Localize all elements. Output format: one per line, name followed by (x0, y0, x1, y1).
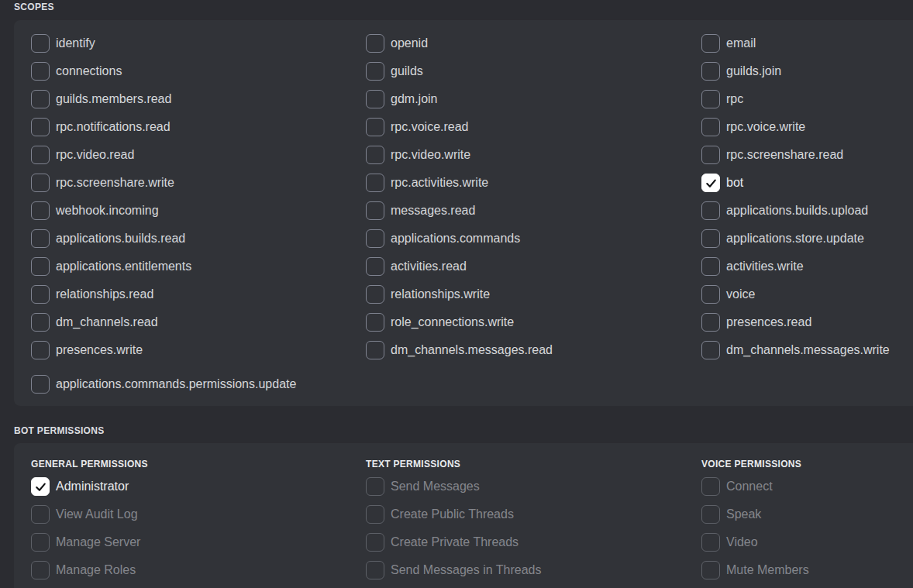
scope-row-rpc[interactable]: rpc (701, 90, 913, 108)
scope-row-applications-entitlements[interactable]: applications.entitlements (31, 257, 361, 276)
permission-row-administrator[interactable]: Administrator (31, 477, 361, 496)
permission-checkbox-manage-server[interactable] (31, 533, 50, 552)
permission-checkbox-mute-members[interactable] (701, 561, 720, 579)
scope-row-applications-builds-read[interactable]: applications.builds.read (31, 229, 361, 248)
permission-checkbox-create-private-threads[interactable] (366, 533, 384, 552)
permission-checkbox-view-audit-log[interactable] (31, 505, 50, 524)
scope-checkbox-rpc-video-read[interactable] (31, 146, 50, 164)
permission-checkbox-connect[interactable] (701, 477, 720, 496)
scope-checkbox-rpc-notifications-read[interactable] (31, 118, 50, 136)
scope-checkbox-dm-channels-messages-write[interactable] (701, 341, 720, 359)
permission-row-manage-roles[interactable]: Manage Roles (31, 561, 361, 579)
scope-checkbox-applications-commands-permissions-update[interactable] (31, 375, 50, 394)
scope-checkbox-relationships-write[interactable] (366, 285, 384, 304)
scope-checkbox-presences-write[interactable] (31, 341, 50, 359)
scope-checkbox-gdm-join[interactable] (366, 90, 384, 108)
scope-row-presences-read[interactable]: presences.read (701, 313, 913, 332)
scope-row-role-connections-write[interactable]: role_connections.write (366, 313, 696, 332)
permission-row-create-private-threads[interactable]: Create Private Threads (366, 533, 696, 552)
scope-checkbox-webhook-incoming[interactable] (31, 201, 50, 220)
scope-row-applications-store-update[interactable]: applications.store.update (701, 229, 913, 248)
scope-checkbox-rpc-screenshare-write[interactable] (31, 174, 50, 192)
scope-row-email[interactable]: email (701, 34, 913, 53)
scope-checkbox-connections[interactable] (31, 62, 50, 81)
permission-row-send-messages-in-threads[interactable]: Send Messages in Threads (366, 561, 696, 579)
scope-row-connections[interactable]: connections (31, 62, 361, 81)
scope-row-relationships-write[interactable]: relationships.write (366, 285, 696, 304)
scope-checkbox-dm-channels-read[interactable] (31, 313, 50, 332)
scope-checkbox-rpc-screenshare-read[interactable] (701, 146, 720, 164)
scope-checkbox-messages-read[interactable] (366, 201, 384, 220)
scope-checkbox-applications-entitlements[interactable] (31, 257, 50, 276)
scope-checkbox-applications-builds-upload[interactable] (701, 201, 720, 220)
scope-row-presences-write[interactable]: presences.write (31, 341, 361, 359)
scope-row-activities-read[interactable]: activities.read (366, 257, 696, 276)
permission-row-connect[interactable]: Connect (701, 477, 913, 496)
scope-checkbox-activities-read[interactable] (366, 257, 384, 276)
permission-checkbox-send-messages-in-threads[interactable] (366, 561, 384, 579)
scope-row-rpc-screenshare-write[interactable]: rpc.screenshare.write (31, 174, 361, 192)
scope-checkbox-role-connections-write[interactable] (366, 313, 384, 332)
scope-checkbox-voice[interactable] (701, 285, 720, 304)
permission-row-speak[interactable]: Speak (701, 505, 913, 524)
scope-checkbox-applications-builds-read[interactable] (31, 229, 50, 248)
scope-checkbox-identify[interactable] (31, 34, 50, 53)
scope-label-rpc: rpc (726, 92, 743, 106)
scope-row-relationships-read[interactable]: relationships.read (31, 285, 361, 304)
scope-row-guilds[interactable]: guilds (366, 62, 696, 81)
scope-checkbox-rpc-activities-write[interactable] (366, 174, 384, 192)
scope-checkbox-relationships-read[interactable] (31, 285, 50, 304)
scope-row-guilds-members-read[interactable]: guilds.members.read (31, 90, 361, 108)
scope-row-dm-channels-messages-read[interactable]: dm_channels.messages.read (366, 341, 696, 359)
permission-row-create-public-threads[interactable]: Create Public Threads (366, 505, 696, 524)
scope-row-gdm-join[interactable]: gdm.join (366, 90, 696, 108)
scope-checkbox-rpc-video-write[interactable] (366, 146, 384, 164)
permission-checkbox-administrator[interactable] (31, 477, 50, 496)
permission-row-video[interactable]: Video (701, 533, 913, 552)
scope-checkbox-guilds-join[interactable] (701, 62, 720, 81)
scope-checkbox-guilds[interactable] (366, 62, 384, 81)
permission-checkbox-create-public-threads[interactable] (366, 505, 384, 524)
scope-row-rpc-video-write[interactable]: rpc.video.write (366, 146, 696, 164)
scope-checkbox-rpc-voice-write[interactable] (701, 118, 720, 136)
scope-row-guilds-join[interactable]: guilds.join (701, 62, 913, 81)
permission-row-mute-members[interactable]: Mute Members (701, 561, 913, 579)
scope-row-openid[interactable]: openid (366, 34, 696, 53)
permission-row-manage-server[interactable]: Manage Server (31, 533, 361, 552)
scope-checkbox-dm-channels-messages-read[interactable] (366, 341, 384, 359)
permission-row-view-audit-log[interactable]: View Audit Log (31, 505, 361, 524)
scope-checkbox-activities-write[interactable] (701, 257, 720, 276)
scope-row-voice[interactable]: voice (701, 285, 913, 304)
permission-checkbox-send-messages[interactable] (366, 477, 384, 496)
scope-checkbox-bot[interactable] (701, 174, 720, 192)
scope-checkbox-applications-store-update[interactable] (701, 229, 720, 248)
scope-row-applications-builds-upload[interactable]: applications.builds.upload (701, 201, 913, 220)
text-permissions-title: TEXT PERMISSIONS (366, 459, 696, 470)
permission-checkbox-video[interactable] (701, 533, 720, 552)
scope-checkbox-email[interactable] (701, 34, 720, 53)
scope-checkbox-rpc[interactable] (701, 90, 720, 108)
scope-row-rpc-video-read[interactable]: rpc.video.read (31, 146, 361, 164)
permission-checkbox-speak[interactable] (701, 505, 720, 524)
scope-row-identify[interactable]: identify (31, 34, 361, 53)
scope-checkbox-presences-read[interactable] (701, 313, 720, 332)
scope-row-rpc-voice-write[interactable]: rpc.voice.write (701, 118, 913, 136)
permission-row-send-messages[interactable]: Send Messages (366, 477, 696, 496)
scope-checkbox-applications-commands[interactable] (366, 229, 384, 248)
scope-row-rpc-activities-write[interactable]: rpc.activities.write (366, 174, 696, 192)
scope-checkbox-openid[interactable] (366, 34, 384, 53)
scope-row-dm-channels-messages-write[interactable]: dm_channels.messages.write (701, 341, 913, 359)
scope-row-rpc-notifications-read[interactable]: rpc.notifications.read (31, 118, 361, 136)
scope-row-rpc-screenshare-read[interactable]: rpc.screenshare.read (701, 146, 913, 164)
scope-row-messages-read[interactable]: messages.read (366, 201, 696, 220)
scope-row-webhook-incoming[interactable]: webhook.incoming (31, 201, 361, 220)
scope-checkbox-rpc-voice-read[interactable] (366, 118, 384, 136)
scope-row-activities-write[interactable]: activities.write (701, 257, 913, 276)
scope-row-applications-commands-permissions-update[interactable]: applications.commands.permissions.update (31, 375, 361, 394)
permission-checkbox-manage-roles[interactable] (31, 561, 50, 579)
scope-row-bot[interactable]: bot (701, 174, 913, 192)
scope-checkbox-guilds-members-read[interactable] (31, 90, 50, 108)
scope-row-rpc-voice-read[interactable]: rpc.voice.read (366, 118, 696, 136)
scope-row-applications-commands[interactable]: applications.commands (366, 229, 696, 248)
scope-row-dm-channels-read[interactable]: dm_channels.read (31, 313, 361, 332)
